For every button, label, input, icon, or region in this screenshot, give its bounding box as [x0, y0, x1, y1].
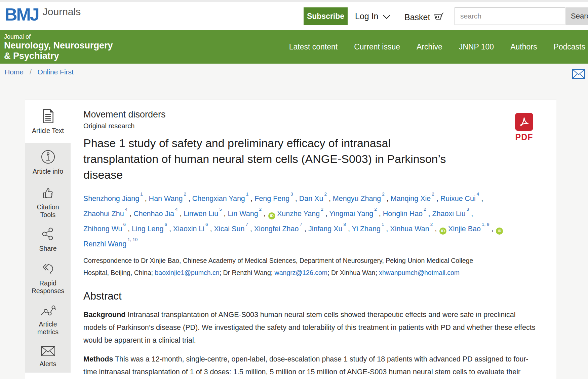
nav-link-podcasts[interactable]: Podcasts [553, 42, 585, 51]
author-link[interactable]: Xiongfei Zhao [254, 225, 299, 233]
chevron-down-icon [383, 11, 391, 21]
subscribe-button[interactable]: Subscribe [304, 7, 348, 25]
journals-logo-text: Journals [43, 6, 81, 18]
author-link[interactable]: Lin Wang [228, 210, 258, 218]
search-button[interactable]: Search [566, 7, 588, 25]
author-affiliation-sup: 6 [123, 222, 126, 227]
author-link[interactable]: Chengxian Yang [192, 195, 245, 203]
author-link[interactable]: Yingmai Yang [329, 210, 373, 218]
reply-icon [40, 262, 56, 278]
journal-kicker: Journal of [4, 33, 113, 40]
pdf-label: PDF [512, 132, 536, 142]
author-link[interactable]: Dan Xu [299, 195, 323, 203]
abstract-paragraph-text: Intranasal transplantation of ANGE-S003 … [83, 311, 535, 344]
nav-link-jnnp-100[interactable]: JNNP 100 [459, 42, 494, 51]
author-separator: , [433, 225, 439, 233]
author-affiliation-sup: 2 [432, 192, 434, 197]
author-affiliation-sup: 4 [477, 192, 479, 197]
author-link[interactable]: Ruixue Cui [440, 195, 476, 203]
author-separator: , [186, 195, 192, 203]
author-separator: , [302, 225, 308, 233]
sidebar-item-share[interactable]: Share [25, 222, 71, 257]
author-link[interactable]: Renzhi Wang [83, 240, 126, 248]
author-link[interactable]: Shenzhong Jiang [83, 195, 139, 203]
site-header: BMJ Journals Subscribe Log In Basket Sea… [0, 2, 588, 30]
nav-link-authors[interactable]: Authors [510, 42, 537, 51]
sidebar-item-rapid-responses[interactable]: Rapid Responses [25, 257, 71, 299]
author-link[interactable]: Chenhao Jia [133, 210, 174, 218]
share-icon [40, 226, 56, 243]
abstract-heading: Abstract [83, 290, 539, 302]
author-link[interactable]: Yi Zhang [352, 225, 381, 233]
author-affiliation-sup: 1 [382, 222, 384, 227]
author-affiliation-sup: 3 [290, 192, 293, 197]
author-link[interactable]: Honglin Hao [383, 210, 423, 218]
login-button[interactable]: Log In [355, 11, 391, 21]
sidebar-item-article-metrics[interactable]: Article metrics [25, 299, 71, 340]
author-separator: , [222, 210, 228, 218]
author-link[interactable]: Feng Feng [254, 195, 289, 203]
author-separator: , [293, 195, 299, 203]
sidebar-item-article-info[interactable]: Article info [25, 143, 71, 181]
sidebar-item-label: Citation Tools [29, 203, 67, 219]
author-affiliation-sup: 2 [382, 192, 385, 197]
author-affiliation-sup: 1, 10 [127, 237, 138, 242]
sidebar-item-article-text[interactable]: Article Text [25, 100, 71, 143]
sidebar-item-alerts[interactable]: Alerts [25, 340, 71, 373]
breadcrumb-home-link[interactable]: Home [5, 68, 24, 76]
author-link[interactable]: Linwen Liu [184, 210, 218, 218]
author-link[interactable]: Xinhua Wan [390, 225, 429, 233]
author-separator: , [377, 210, 383, 218]
search-input[interactable] [455, 7, 565, 25]
sidebar-item-label: Article Text [29, 127, 67, 135]
abstract-paragraph-label: Methods [83, 355, 113, 363]
author-separator: , [126, 225, 132, 233]
nav-link-latest-content[interactable]: Latest content [289, 42, 338, 51]
author-link[interactable]: Xiaoxin Li [173, 225, 204, 233]
bmj-logo[interactable]: BMJ Journals [5, 5, 81, 24]
login-label: Log In [355, 11, 379, 21]
author-link[interactable]: Zhaohui Zhu [83, 210, 124, 218]
orcid-icon[interactable]: iD [268, 212, 275, 219]
author-separator: , [127, 210, 133, 218]
author-affiliation-sup: 6 [205, 222, 208, 227]
metrics-icon [40, 304, 56, 319]
nav-link-current-issue[interactable]: Current issue [354, 42, 400, 51]
author-link[interactable]: Xunzhe Yang [277, 210, 320, 218]
author-separator: , [143, 195, 149, 203]
author-link[interactable]: Zhaoxi Liu [432, 210, 466, 218]
author-separator: , [384, 225, 390, 233]
author-separator: , [208, 225, 214, 233]
abstract-paragraph-text: This was a 12-month, single-centre, open… [83, 355, 528, 379]
orcid-icon[interactable]: iD [439, 228, 446, 235]
breadcrumb-online-first-link[interactable]: Online First [38, 68, 74, 76]
journal-home-link[interactable]: Journal of Neurology, Neurosurgery & Psy… [4, 33, 113, 61]
author-list: Shenzhong Jiang1 , Han Wang2 , Chengxian… [83, 190, 515, 251]
author-affiliation-sup: 2 [374, 207, 377, 212]
author-separator: , [248, 195, 254, 203]
author-affiliation-sup: 1 [246, 192, 249, 197]
correspondence-email-link[interactable]: xhwanpumch@hotmail.com [379, 269, 460, 276]
correspondence-email-link[interactable]: wangrz@126.com [275, 269, 327, 276]
author-affiliation-sup: 8 [344, 222, 346, 227]
correspondence-text: ; Dr Xinhua Wan; [327, 269, 379, 276]
author-link[interactable]: Jinfang Xu [308, 225, 343, 233]
author-link[interactable]: Xicai Sun [214, 225, 245, 233]
author-link[interactable]: Zhihong Wu [83, 225, 122, 233]
correspondence-email-link[interactable]: baoxinjie1@pumch.cn [155, 269, 219, 276]
email-page-icon[interactable] [572, 69, 585, 80]
author-affiliation-sup: 2 [324, 192, 327, 197]
article-section-heading: Movement disorders [83, 109, 539, 120]
download-pdf-button[interactable]: PDF [512, 113, 536, 142]
orcid-icon[interactable]: iD [496, 228, 503, 235]
sidebar-item-citation-tools[interactable]: Citation Tools [25, 181, 71, 222]
nav-link-archive[interactable]: Archive [417, 42, 442, 51]
author-link[interactable]: Ling Leng [132, 225, 163, 233]
author-link[interactable]: Han Wang [149, 195, 183, 203]
basket-button[interactable]: Basket [404, 11, 444, 23]
author-link[interactable]: Xinjie Bao [448, 225, 481, 233]
author-link[interactable]: Mengyu Zhang [333, 195, 381, 203]
bmj-logo-text: BMJ [5, 5, 39, 24]
author-separator: , [469, 210, 473, 218]
author-link[interactable]: Manqing Xie [391, 195, 431, 203]
